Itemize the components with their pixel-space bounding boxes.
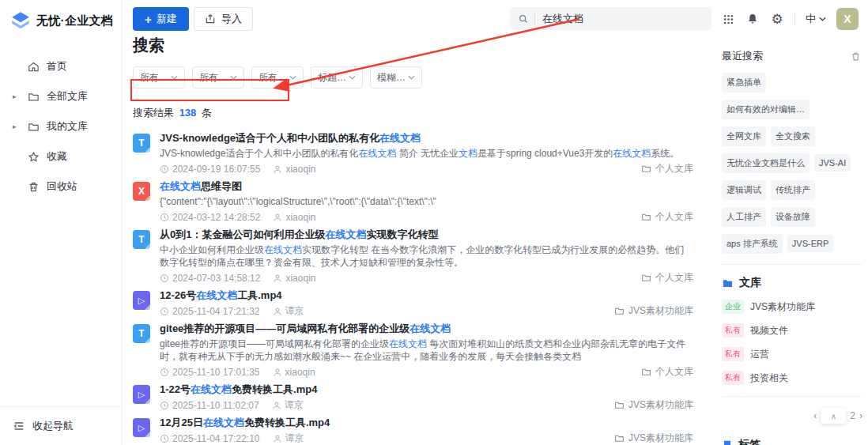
- filter-bar: 所有… 所有… 所有… 标题… 模糊…: [133, 66, 693, 89]
- recent-search-header: 最近搜索: [722, 49, 862, 63]
- result-title-link[interactable]: 从0到1：某金融公司如何利用企业级在线文档实现数字化转型: [160, 228, 693, 241]
- recent-search-tag[interactable]: JVS-ERP: [787, 235, 833, 252]
- library-name: 视频文件: [750, 324, 788, 338]
- result-time: 2025-11-04 17:22:10: [172, 433, 260, 444]
- new-button[interactable]: + 新建: [133, 7, 189, 31]
- sidebar-nav-item[interactable]: ▸ 我的文库: [0, 111, 122, 141]
- filter-select[interactable]: 所有…: [133, 66, 185, 89]
- left-sidebar: 无忧·企业文档 首页 ▸ 全部文库 ▸: [0, 0, 123, 445]
- home-icon: [27, 60, 40, 73]
- global-search[interactable]: [510, 7, 711, 30]
- result-item: ▷ 1-22号在线文档免费转换工具.mp4 2025-11-10 11:02:0…: [133, 383, 693, 411]
- library-item[interactable]: 企业 JVS素材功能库: [722, 300, 862, 314]
- recent-search-tag[interactable]: 全文搜索: [771, 126, 815, 146]
- sidebar-nav-item[interactable]: 首页: [0, 51, 122, 81]
- result-library[interactable]: 个人文库: [641, 210, 693, 224]
- expand-caret-icon[interactable]: ▸: [13, 92, 17, 100]
- search-input[interactable]: [542, 13, 677, 25]
- result-meta: 2025-11-10 11:02:07 谭京 JVS素材功能库: [160, 399, 693, 411]
- result-meta: 2024-03-12 14:28:52 xiaoqin 个人文库: [160, 211, 693, 223]
- page-prev-icon[interactable]: ‹: [813, 410, 817, 421]
- apps-grid-icon[interactable]: [721, 12, 735, 26]
- recent-search-tag[interactable]: 紧急插单: [722, 73, 766, 92]
- collapse-nav-icon: [13, 420, 25, 432]
- plus-icon: +: [145, 13, 152, 26]
- document-type-icon: ▷: [133, 291, 150, 310]
- recent-search-tag[interactable]: 传统排产: [771, 180, 815, 200]
- notifications-bell-icon[interactable]: [745, 12, 760, 26]
- clock-icon: [160, 213, 169, 222]
- result-snippet: gitee推荐的开源项目——可局域网私有化部署的企业级在线文档 每次面对堆积如山…: [160, 338, 693, 363]
- folder-icon: [641, 212, 651, 222]
- document-type-icon: T: [133, 230, 150, 249]
- page-number-stepper[interactable]: ∧: [821, 408, 846, 424]
- library-name: 投资相关: [750, 371, 788, 385]
- result-title-link[interactable]: JVS-knowledge适合于个人和中小团队的私有化在线文档: [160, 132, 693, 145]
- result-library[interactable]: 个人文库: [641, 271, 693, 285]
- sidebar-nav: 首页 ▸ 全部文库 ▸ 我的文库: [0, 43, 122, 406]
- filter-select[interactable]: 标题…: [311, 66, 363, 89]
- result-item: T JVS-knowledge适合于个人和中小团队的私有化在线文档 JVS-kn…: [133, 132, 693, 175]
- result-library-label: JVS素材功能库: [628, 432, 693, 445]
- recent-search-tag[interactable]: 设备故障: [771, 207, 815, 227]
- settings-gear-icon[interactable]: ⚙: [770, 12, 784, 26]
- sidebar-nav-item[interactable]: ▸ 全部文库: [0, 81, 122, 111]
- top-bar: + 新建 导入 ⚙ 中 X: [123, 0, 868, 38]
- result-body: 12-26号在线文档工具.mp4 2025-11-04 17:21:32 谭京: [160, 289, 693, 317]
- folder-icon: [641, 164, 651, 174]
- result-library[interactable]: 个人文库: [641, 162, 693, 175]
- document-type-icon: X: [133, 182, 150, 201]
- result-title-link[interactable]: 12-26号在线文档工具.mp4: [160, 289, 693, 302]
- app-title: 无忧·企业文档: [36, 13, 113, 28]
- result-library[interactable]: JVS素材功能库: [614, 398, 693, 412]
- result-library[interactable]: JVS素材功能库: [614, 304, 693, 318]
- page-title: 搜索: [133, 35, 693, 56]
- result-library-label: 个人文库: [655, 210, 693, 224]
- recent-search-tag[interactable]: 如何有效的对编辑…: [722, 100, 810, 119]
- library-item[interactable]: 私有 运营: [722, 347, 862, 361]
- recent-search-tag[interactable]: JVS-AI: [814, 154, 851, 172]
- sidebar-nav-item[interactable]: 回收站: [0, 172, 122, 202]
- result-author: xiaoqin: [285, 212, 315, 223]
- expand-caret-icon[interactable]: ▸: [13, 123, 17, 130]
- user-icon: [272, 401, 281, 410]
- sidebar-nav-item[interactable]: 收藏: [0, 141, 122, 172]
- filter-select[interactable]: 所有…: [192, 66, 244, 89]
- library-name: 运营: [750, 348, 769, 361]
- recent-search-tag[interactable]: 逻辑调试: [722, 180, 766, 200]
- result-title-link[interactable]: 1-22号在线文档免费转换工具.mp4: [160, 383, 693, 396]
- result-item: ▷ 12月25日在线文档免费转换工具.mp4 2025-11-04 17:22:…: [133, 417, 693, 444]
- sidebar-nav-label: 回收站: [47, 179, 77, 194]
- result-title-link[interactable]: 12月25日在线文档免费转换工具.mp4: [160, 417, 693, 429]
- recent-search-tag[interactable]: 全网文库: [722, 126, 766, 146]
- filter-select[interactable]: 所有…: [251, 66, 304, 89]
- filter-select[interactable]: 模糊…: [370, 66, 422, 89]
- recent-search-tag[interactable]: 人工排产: [722, 207, 766, 227]
- result-body: gitee推荐的开源项目——可局域网私有化部署的企业级在线文档 gitee推荐的…: [160, 322, 693, 378]
- sidebar-nav-label: 我的文库: [47, 119, 88, 134]
- bookmark-blue-icon: [722, 439, 733, 445]
- result-library[interactable]: 个人文库: [641, 365, 693, 379]
- import-button[interactable]: 导入: [194, 7, 253, 31]
- recent-search-tag[interactable]: aps 排产系统: [722, 234, 783, 254]
- result-time: 2024-03-12 14:28:52: [172, 212, 260, 223]
- clock-icon: [160, 164, 169, 174]
- document-type-icon: ▷: [133, 385, 150, 404]
- chevron-down-icon: [171, 75, 178, 80]
- language-selector[interactable]: 中: [806, 12, 826, 26]
- collapse-nav-button[interactable]: 收起导航: [0, 406, 122, 445]
- result-title-link[interactable]: 在线文档思维导图: [160, 180, 693, 193]
- avatar[interactable]: X: [836, 8, 859, 30]
- clear-recent-trash-icon[interactable]: [848, 49, 862, 63]
- result-title-link[interactable]: gitee推荐的开源项目——可局域网私有化部署的企业级在线文档: [160, 322, 693, 335]
- result-list: T JVS-knowledge适合于个人和中小团队的私有化在线文档 JVS-kn…: [133, 132, 693, 445]
- filter-select-value: 所有…: [259, 71, 287, 85]
- library-item[interactable]: 私有 视频文件: [722, 323, 862, 338]
- library-item[interactable]: 私有 投资相关: [722, 371, 862, 385]
- user-icon: [273, 368, 282, 377]
- folder-icon: [614, 306, 625, 316]
- recent-search-tag[interactable]: 无忧企业文档是什么: [722, 153, 810, 173]
- result-author: xiaoqin: [285, 367, 315, 378]
- page-next-icon[interactable]: ›: [859, 410, 862, 421]
- result-library[interactable]: JVS素材功能库: [614, 432, 693, 445]
